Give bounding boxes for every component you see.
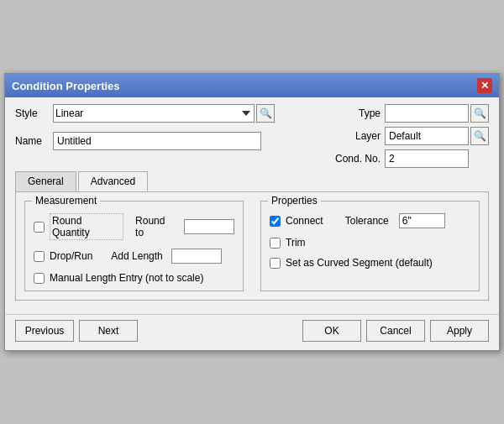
style-label: Style [15, 107, 53, 119]
manual-length-row: Manual Length Entry (not to scale) [34, 272, 234, 284]
top-section: Style Linear 🔍 Name Type [15, 104, 489, 168]
properties-group: Properties Connect Tolerance Trim [260, 201, 480, 291]
type-search-button[interactable]: 🔍 [470, 104, 489, 123]
round-quantity-checkbox[interactable] [34, 222, 45, 233]
properties-group-title: Properties [268, 195, 321, 207]
drop-run-checkbox[interactable] [34, 251, 45, 262]
cond-no-label: Cond. No. [334, 153, 381, 165]
manual-length-checkbox[interactable] [34, 273, 45, 284]
connect-checkbox[interactable] [270, 216, 281, 227]
name-input[interactable] [53, 132, 261, 150]
trim-row: Trim [270, 237, 470, 249]
dialog-footer: Previous Next OK Cancel Apply [5, 314, 499, 350]
layer-input[interactable] [385, 127, 469, 145]
measurement-group: Measurement Round Quantity Round to Drop… [24, 201, 244, 291]
tab-content: Measurement Round Quantity Round to Drop… [15, 191, 489, 301]
curved-segment-label: Set as Curved Segment (default) [286, 257, 433, 269]
next-button[interactable]: Next [79, 320, 138, 342]
drop-run-label: Drop/Run [50, 250, 92, 262]
name-label: Name [15, 135, 53, 147]
add-length-input[interactable] [171, 249, 222, 264]
round-to-input[interactable] [184, 219, 234, 234]
layer-search-button[interactable]: 🔍 [470, 127, 489, 145]
previous-button[interactable]: Previous [15, 320, 74, 342]
layer-label: Layer [334, 130, 381, 142]
condition-properties-dialog: Condition Properties ✕ Style Linear 🔍 Na… [4, 73, 500, 351]
type-search-icon: 🔍 [474, 107, 486, 119]
dialog-body: Style Linear 🔍 Name Type [5, 97, 499, 314]
trim-label: Trim [286, 237, 306, 249]
left-form: Style Linear 🔍 Name [15, 104, 275, 168]
round-to-label: Round to [135, 215, 176, 238]
ok-button[interactable]: OK [302, 320, 361, 342]
type-input[interactable] [385, 104, 469, 123]
round-quantity-label: Round Quantity [50, 213, 123, 240]
connect-label: Connect [286, 215, 323, 227]
properties-content: Connect Tolerance Trim Set as Curved Seg… [270, 213, 470, 269]
manual-length-label: Manual Length Entry (not to scale) [50, 272, 203, 284]
curved-segment-row: Set as Curved Segment (default) [270, 257, 470, 269]
tolerance-label: Tolerance [345, 215, 389, 227]
cancel-button[interactable]: Cancel [366, 320, 425, 342]
tabs: General Advanced [15, 171, 489, 191]
apply-button[interactable]: Apply [430, 320, 489, 342]
drop-run-row: Drop/Run Add Length [34, 249, 234, 264]
style-search-icon: 🔍 [260, 107, 272, 119]
connect-row: Connect Tolerance [270, 213, 470, 228]
tab-advanced[interactable]: Advanced [78, 171, 148, 191]
type-label: Type [334, 107, 381, 119]
footer-right: OK Cancel Apply [302, 320, 489, 342]
trim-checkbox[interactable] [270, 238, 281, 249]
measurement-content: Round Quantity Round to Drop/Run Add Len… [34, 213, 234, 284]
layer-row: Layer 🔍 [334, 127, 489, 145]
right-form: Type 🔍 Layer 🔍 Cond. No. [334, 104, 489, 168]
name-row: Name [15, 132, 275, 150]
cond-no-input[interactable] [385, 149, 469, 168]
measurement-group-title: Measurement [32, 195, 100, 207]
style-search-button[interactable]: 🔍 [256, 104, 275, 123]
add-length-label: Add Length [111, 250, 162, 262]
style-row: Style Linear 🔍 [15, 104, 275, 123]
cond-no-row: Cond. No. [334, 149, 489, 168]
tab-general[interactable]: General [15, 171, 76, 191]
title-bar: Condition Properties ✕ [5, 74, 499, 97]
curved-segment-checkbox[interactable] [270, 258, 281, 269]
tolerance-input[interactable] [399, 213, 445, 228]
footer-left: Previous Next [15, 320, 138, 342]
dialog-title: Condition Properties [12, 80, 120, 92]
round-quantity-row: Round Quantity Round to [34, 213, 234, 240]
style-select[interactable]: Linear [53, 104, 255, 123]
layer-search-icon: 🔍 [474, 130, 486, 142]
close-button[interactable]: ✕ [477, 78, 492, 93]
type-row: Type 🔍 [334, 104, 489, 123]
